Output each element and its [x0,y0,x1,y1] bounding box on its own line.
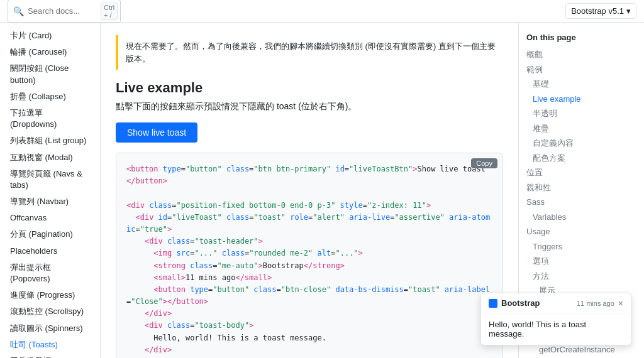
chevron-down-icon: ▾ [626,6,631,16]
toast-timestamp: 11 mins ago [577,300,614,307]
html-code: <button type="button" class="btn btn-pri… [126,163,492,358]
sidebar-item-scrollspy[interactable]: 滾動監控 (Scrollspy) [0,303,100,320]
toc-item-color-schemes[interactable]: 配色方案 [526,151,636,166]
sidebar-item-tooltips[interactable]: 工具提示框 (Tooltips) [0,353,100,358]
sidebar-item-collapse[interactable]: 折疊 (Collapse) [0,89,100,105]
toc-item-stacking[interactable]: 堆疊 [526,121,636,136]
section-desc: 點擊下面的按鈕來顯示預設情況下隱藏的 toast (位於右下角)。 [116,101,503,112]
toast-close-button[interactable]: × [618,299,623,308]
toc-item-variables[interactable]: Variables [526,210,636,225]
sidebar: 卡片 (Card) 輪播 (Carousel) 關閉按鈕 (Close butt… [0,23,101,358]
html-code-block: Copy <button type="button" class="btn bt… [116,153,503,358]
sidebar-item-offcanvas[interactable]: Offcanvas [0,210,100,226]
on-page-title: On this page [526,33,636,42]
version-selector[interactable]: Bootstrap v5.1 ▾ [565,3,636,19]
toc-item-options[interactable]: 選項 [526,254,636,269]
sidebar-item-spinners[interactable]: 讀取圖示 (Spinners) [0,320,100,337]
topbar-right: Bootstrap v5.1 ▾ [565,3,636,19]
toc-item-methods[interactable]: 方法 [526,269,636,284]
sidebar-item-toasts[interactable]: 吐司 (Toasts) [0,337,100,353]
sidebar-item-dropdowns[interactable]: 下拉選單 (Dropdowns) [0,105,100,133]
sidebar-item-placeholders[interactable]: Placeholders [0,243,100,259]
search-box[interactable]: 🔍 Ctrl + / [8,0,121,23]
toast-container: Bootstrap 11 mins ago × Hello, world! Th… [480,293,631,345]
toc-item-custom-content[interactable]: 自定義內容 [526,136,636,151]
section-title: Live example [116,80,503,96]
toc-item-examples[interactable]: 範例 [526,62,636,77]
show-live-toast-button[interactable]: Show live toast [116,122,197,143]
sidebar-item-list-group[interactable]: 列表群組 (List group) [0,133,100,149]
notice-bar: 現在不需要了。然而，為了向後兼容，我們的腳本將繼續切換類別 (即使沒有實際需要)… [116,35,503,70]
toast-notification: Bootstrap 11 mins ago × Hello, world! Th… [480,293,631,345]
toast-header: Bootstrap 11 mins ago × [481,293,631,313]
toc-item-triggers[interactable]: Triggers [526,239,636,254]
main-content: 現在不需要了。然而，為了向後兼容，我們的腳本將繼續切換類別 (即使沒有實際需要)… [101,23,518,358]
sidebar-item-progress[interactable]: 進度條 (Progress) [0,287,100,303]
toc-item-placement[interactable]: 位置 [526,165,636,180]
toc-item-usage[interactable]: Usage [526,224,636,239]
sidebar-item-modal[interactable]: 互動視窗 (Modal) [0,149,100,166]
sidebar-item-pagination[interactable]: 分頁 (Pagination) [0,226,100,242]
sidebar-item-carousel[interactable]: 輪播 (Carousel) [0,44,100,60]
toc-item-overview[interactable]: 概觀 [526,47,636,62]
copy-html-button[interactable]: Copy [471,158,497,168]
sidebar-item-close-button[interactable]: 關閉按鈕 (Close button) [0,60,100,88]
toc-item-sass[interactable]: Sass [526,195,636,210]
toast-brand-icon [489,299,497,308]
toc-item-accessibility[interactable]: 親和性 [526,180,636,195]
sidebar-item-navbar[interactable]: 導覽列 (Navbar) [0,193,100,210]
sidebar-item-card[interactable]: 卡片 (Card) [0,28,100,44]
search-shortcut: Ctrl + / [101,3,118,20]
toast-body: Hello, world! This is a toast message. [481,313,631,345]
version-label: Bootstrap v5.1 [571,6,624,16]
topbar: 🔍 Ctrl + / Bootstrap v5.1 ▾ [0,0,644,23]
toast-title: Bootstrap [501,298,573,308]
notice-text: 現在不需要了。然而，為了向後兼容，我們的腳本將繼續切換類別 (即使沒有實際需要)… [126,41,496,63]
toc-item-live-example[interactable]: Live example [526,92,636,107]
sidebar-item-popovers[interactable]: 彈出提示框 (Popovers) [0,259,100,287]
sidebar-item-navs-tabs[interactable]: 導覽與頁籤 (Navs & tabs) [0,166,100,193]
toc-item-basic[interactable]: 基礎 [526,77,636,92]
search-icon: 🔍 [13,6,24,16]
search-input[interactable] [28,6,97,16]
toc-item-translucent[interactable]: 半透明 [526,106,636,121]
